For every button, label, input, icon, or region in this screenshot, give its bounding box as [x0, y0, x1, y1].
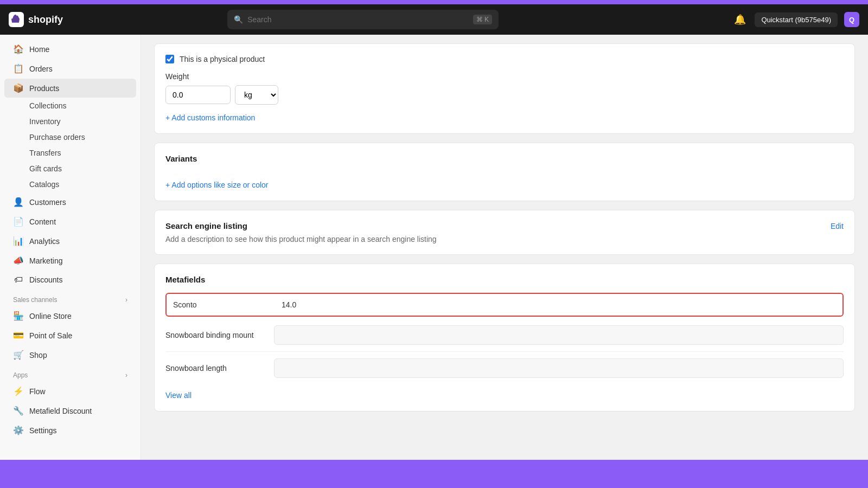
metafield-label-sconto: Sconto — [173, 300, 282, 309]
metafield-value-sconto: 14.0 — [282, 300, 836, 309]
marketing-icon: 📣 — [13, 255, 24, 266]
seo-title: Search engine listing — [165, 221, 247, 230]
sidebar-item-label: Orders — [29, 65, 53, 73]
sidebar-item-label: Flow — [29, 387, 46, 396]
metafield-input-length[interactable] — [274, 358, 844, 378]
metafield-row-binding: Snowboard binding mount — [165, 319, 844, 352]
chevron-right-icon: › — [125, 371, 127, 379]
seo-edit-link[interactable]: Edit — [831, 222, 844, 230]
sidebar-item-products[interactable]: 📦 Products — [4, 79, 136, 98]
flow-icon: ⚡ — [13, 386, 24, 396]
bell-button[interactable]: 🔔 — [732, 11, 748, 28]
sales-channels-section: Sales channels › — [0, 290, 141, 306]
account-button[interactable]: Quickstart (9b575e49) — [755, 12, 838, 27]
add-customs-link[interactable]: + Add customs information — [165, 113, 255, 122]
weight-input[interactable] — [165, 86, 231, 104]
sidebar-item-analytics[interactable]: 📊 Analytics — [4, 232, 136, 251]
chevron-right-icon: › — [125, 296, 127, 304]
sidebar-sub-item-inventory[interactable]: Inventory — [4, 114, 136, 129]
sidebar-sub-item-catalogs[interactable]: Catalogs — [4, 177, 136, 192]
checkbox-row: This is a physical product — [165, 55, 844, 63]
seo-header-row: Search engine listing Edit — [165, 221, 844, 230]
content-area: This is a physical product Weight kg lb … — [141, 35, 868, 460]
physical-product-checkbox[interactable] — [165, 55, 174, 63]
metafield-input-binding[interactable] — [274, 325, 844, 345]
sidebar-item-label: Metafield Discount — [29, 407, 92, 415]
physical-product-card: This is a physical product Weight kg lb … — [154, 43, 855, 134]
store-icon: 🏪 — [13, 311, 24, 321]
metafield-label-binding: Snowboard binding mount — [165, 331, 274, 339]
search-icon: 🔍 — [234, 15, 243, 24]
sidebar-item-orders[interactable]: 📋 Orders — [4, 59, 136, 78]
sidebar-item-label: Analytics — [29, 237, 60, 246]
discounts-icon: 🏷 — [13, 275, 24, 285]
weight-unit-select[interactable]: kg lb oz g — [235, 85, 278, 105]
sidebar-item-label: Customers — [29, 198, 66, 207]
add-options-link[interactable]: + Add options like size or color — [165, 181, 269, 189]
sidebar-sub-item-purchase-orders[interactable]: Purchase orders — [4, 130, 136, 145]
account-label: Quickstart (9b575e49) — [761, 16, 831, 24]
metafield-icon: 🔧 — [13, 406, 24, 416]
header: shopify 🔍 ⌘ K 🔔 Quickstart (9b575e49) Q — [0, 4, 868, 35]
top-bar — [0, 0, 868, 4]
search-input[interactable] — [247, 15, 469, 24]
metafield-label-length: Snowboard length — [165, 364, 274, 373]
sidebar-item-label: Settings — [29, 426, 57, 435]
sidebar-item-flow[interactable]: ⚡ Flow — [4, 382, 136, 401]
sidebar-item-marketing[interactable]: 📣 Marketing — [4, 251, 136, 270]
seo-description: Add a description to see how this produc… — [165, 235, 844, 243]
shop-icon: 🛒 — [13, 350, 24, 360]
sidebar-item-content[interactable]: 📄 Content — [4, 212, 136, 231]
sidebar-item-metafield-discount[interactable]: 🔧 Metafield Discount — [4, 401, 136, 420]
sidebar-item-label: Marketing — [29, 256, 62, 265]
sidebar: 🏠 Home 📋 Orders 📦 Products Collections I… — [0, 35, 141, 460]
sidebar-sub-item-transfers[interactable]: Transfers — [4, 145, 136, 160]
sidebar-item-settings[interactable]: ⚙️ Settings — [4, 421, 136, 440]
sidebar-item-label: Shop — [29, 351, 47, 359]
physical-product-label: This is a physical product — [180, 55, 265, 63]
avatar[interactable]: Q — [844, 12, 859, 27]
weight-label: Weight — [165, 72, 844, 81]
sidebar-item-discounts[interactable]: 🏷 Discounts — [4, 271, 136, 289]
bottom-bar — [0, 460, 868, 488]
metafields-card: Metafields Sconto 14.0 Snowboard binding… — [154, 264, 855, 412]
analytics-icon: 📊 — [13, 236, 24, 246]
home-icon: 🏠 — [13, 44, 24, 54]
settings-icon: ⚙️ — [13, 425, 24, 435]
search-shortcut: ⌘ K — [473, 15, 492, 24]
sidebar-item-point-of-sale[interactable]: 💳 Point of Sale — [4, 326, 136, 345]
seo-card: Search engine listing Edit Add a descrip… — [154, 210, 855, 255]
customers-icon: 👤 — [13, 197, 24, 207]
view-all-link[interactable]: View all — [165, 391, 192, 400]
apps-section: Apps › — [0, 365, 141, 381]
sidebar-item-customers[interactable]: 👤 Customers — [4, 192, 136, 211]
logo-text: shopify — [28, 14, 63, 25]
card-title: Variants — [165, 154, 844, 163]
sidebar-item-label: Discounts — [29, 275, 62, 284]
weight-input-group: kg lb oz g — [165, 85, 844, 105]
variants-card: Variants + Add options like size or colo… — [154, 143, 855, 201]
orders-icon: 📋 — [13, 63, 24, 74]
metafield-row-sconto: Sconto 14.0 — [165, 293, 844, 317]
logo-area[interactable]: shopify — [9, 12, 106, 27]
sidebar-item-label: Point of Sale — [29, 331, 72, 340]
pos-icon: 💳 — [13, 330, 24, 341]
header-right: 🔔 Quickstart (9b575e49) Q — [732, 11, 859, 28]
content-icon: 📄 — [13, 216, 24, 227]
sidebar-item-label: Online Store — [29, 312, 72, 320]
metafield-row-length: Snowboard length — [165, 352, 844, 384]
sidebar-item-home[interactable]: 🏠 Home — [4, 40, 136, 59]
sidebar-item-online-store[interactable]: 🏪 Online Store — [4, 306, 136, 325]
metafields-title: Metafields — [165, 275, 844, 284]
products-icon: 📦 — [13, 83, 24, 93]
sidebar-sub-item-gift-cards[interactable]: Gift cards — [4, 161, 136, 176]
logo-icon — [9, 12, 24, 27]
sidebar-item-shop[interactable]: 🛒 Shop — [4, 345, 136, 364]
sidebar-sub-item-collections[interactable]: Collections — [4, 98, 136, 113]
search-bar[interactable]: 🔍 ⌘ K — [227, 10, 499, 29]
sidebar-item-label: Home — [29, 45, 49, 54]
sidebar-item-label: Content — [29, 217, 56, 226]
sidebar-item-label: Products — [29, 84, 59, 93]
